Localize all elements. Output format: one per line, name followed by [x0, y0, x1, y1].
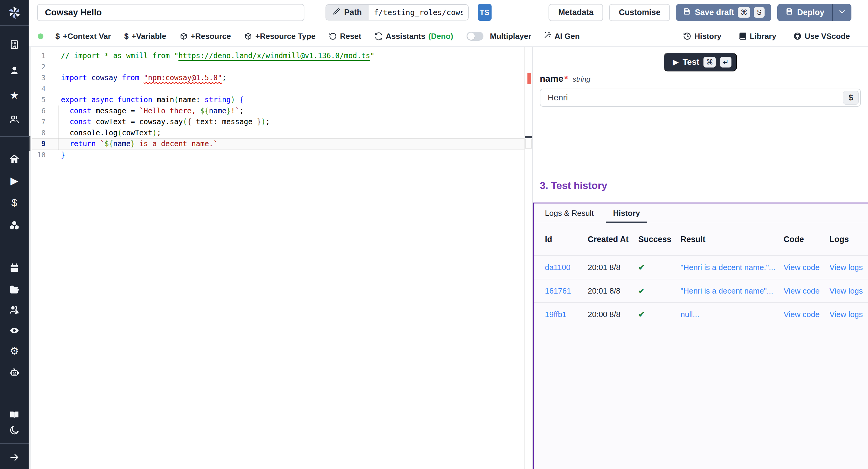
- path-group: Path: [326, 4, 469, 21]
- field-row: $: [540, 89, 861, 107]
- dollar-icon: $: [56, 32, 60, 41]
- multiplayer-toggle[interactable]: [467, 32, 484, 41]
- result-link[interactable]: "Henri is a decent name"...: [681, 286, 784, 296]
- view-logs-link[interactable]: View logs: [830, 310, 868, 319]
- sidebar-item-eye[interactable]: [0, 324, 29, 337]
- sidebar-item-arrow-right[interactable]: [0, 450, 29, 464]
- typescript-badge: TS: [478, 4, 492, 21]
- view-code-link[interactable]: View code: [784, 263, 830, 272]
- code-line-5[interactable]: 5export async function main(name: string…: [32, 94, 524, 105]
- job-id-link[interactable]: 161761: [545, 286, 588, 296]
- view-logs-link[interactable]: View logs: [830, 263, 868, 272]
- code-line-9[interactable]: 9 return `${name} is a decent name.`: [32, 138, 524, 150]
- field-type: string: [572, 75, 590, 84]
- sidebar-item-dollar[interactable]: $: [0, 196, 29, 209]
- column-header-code: Code: [784, 235, 830, 244]
- toolbar-item-label: Use VScode: [805, 32, 850, 41]
- deploy-dropdown-button[interactable]: [832, 4, 851, 21]
- windmill-script-editor: ★▶$⚙ Path TS Metadata Customise Save dra…: [0, 0, 868, 469]
- code-line-10[interactable]: 10}: [32, 150, 524, 161]
- header: Path TS Metadata Customise Save draft ⌘ …: [29, 0, 868, 25]
- editor-left-gutter: [29, 47, 31, 469]
- result-link[interactable]: null...: [681, 310, 784, 319]
- calendar-icon: [9, 263, 20, 273]
- cursor-line-marker: [525, 136, 532, 138]
- job-id-link[interactable]: 19ffb1: [545, 310, 588, 319]
- line-content: const message = `Hello there, ${name}!`;: [45, 107, 244, 115]
- windmill-logo-icon[interactable]: [0, 5, 29, 21]
- test-button[interactable]: ▶ Test ⌘ ↵: [664, 53, 737, 71]
- toolbar-item-label: Library: [750, 32, 776, 41]
- line-content: import cowsay from "npm:cowsay@1.5.0";: [45, 73, 226, 82]
- toolbar-item-use-vscode[interactable]: Use VScode: [793, 32, 850, 41]
- customise-button[interactable]: Customise: [609, 4, 670, 21]
- editor-overview-ruler[interactable]: [524, 47, 532, 469]
- toolbar-item-reset[interactable]: Reset: [329, 32, 361, 41]
- boxes-icon: [9, 220, 20, 230]
- splitter-handle[interactable]: [29, 136, 30, 151]
- sidebar-item-folder-open[interactable]: [0, 282, 29, 296]
- sidebar: ★▶$⚙: [0, 0, 29, 469]
- insert-variable-button[interactable]: $: [843, 91, 859, 104]
- view-code-link[interactable]: View code: [784, 310, 830, 319]
- job-id-link[interactable]: da1100: [545, 263, 588, 272]
- view-code-link[interactable]: View code: [784, 286, 830, 296]
- toolbar-item-resource[interactable]: +Resource: [180, 32, 231, 41]
- column-header-result: Result: [681, 235, 784, 244]
- line-number: 9: [32, 140, 45, 148]
- code-editor[interactable]: 1// import * as wmill from "https://deno…: [29, 47, 524, 469]
- test-history-heading: 3. Test history: [540, 180, 607, 191]
- code-line-8[interactable]: 8 console.log(cowText);: [32, 127, 524, 139]
- success-cell: ✔: [638, 263, 681, 272]
- sidebar-item-users[interactable]: [0, 113, 29, 126]
- sidebar-item-moon[interactable]: [0, 424, 29, 437]
- sidebar-item-calendar[interactable]: [0, 261, 29, 275]
- code-line-4[interactable]: 4: [32, 84, 524, 95]
- ai-gen-button[interactable]: AI Gen: [544, 31, 580, 41]
- save-icon: [785, 7, 794, 18]
- created-at: 20:01 8/8: [588, 286, 638, 296]
- toolbar-item-variable[interactable]: $+Variable: [124, 32, 166, 41]
- sidebar-item-users-gear[interactable]: [0, 303, 29, 316]
- toolbar-item-resource-type[interactable]: +Resource Type: [244, 32, 315, 41]
- sidebar-item-book[interactable]: [0, 408, 29, 421]
- toolbar-item-library[interactable]: Library: [738, 32, 776, 41]
- name-arg-input[interactable]: [540, 89, 861, 107]
- sidebar-item-building[interactable]: [0, 38, 29, 51]
- sidebar-item-boxes[interactable]: [0, 218, 29, 231]
- tab-logs-result[interactable]: Logs & Result: [545, 203, 594, 223]
- code-area[interactable]: 1// import * as wmill from "https://deno…: [32, 47, 524, 469]
- view-logs-link[interactable]: View logs: [830, 286, 868, 296]
- dollar-icon: $: [124, 32, 128, 41]
- code-line-2[interactable]: 2: [32, 61, 524, 73]
- deploy-button[interactable]: Deploy: [777, 4, 832, 21]
- line-number: 6: [32, 107, 45, 115]
- code-line-6[interactable]: 6 const message = `Hello there, ${name}!…: [32, 105, 524, 117]
- column-header-success: Success: [638, 235, 681, 244]
- path-input[interactable]: [369, 5, 468, 20]
- code-line-1[interactable]: 1// import * as wmill from "https://deno…: [32, 50, 524, 61]
- toggle-knob: [467, 33, 475, 40]
- sidebar-item-user[interactable]: [0, 64, 29, 77]
- toolbar-item-assistants[interactable]: Assistants (Deno): [375, 32, 453, 41]
- save-draft-button[interactable]: Save draft ⌘ S: [676, 4, 771, 21]
- scroll-slider[interactable]: [525, 139, 532, 149]
- code-line-3[interactable]: 3import cowsay from "npm:cowsay@1.5.0";: [32, 72, 524, 84]
- sidebar-item-star[interactable]: ★: [0, 89, 29, 102]
- sidebar-item-play[interactable]: ▶: [0, 174, 29, 187]
- toolbar-item-context-var[interactable]: $+Context Var: [56, 32, 111, 41]
- edit-path-button[interactable]: Path: [326, 5, 369, 20]
- line-number: 5: [32, 96, 45, 104]
- toolbar-item-label: Reset: [340, 32, 361, 41]
- code-line-7[interactable]: 7 const cowText = cowsay.say({ text: mes…: [32, 116, 524, 127]
- toolbar-item-history[interactable]: History: [683, 32, 721, 41]
- script-name-input[interactable]: [37, 4, 304, 21]
- sidebar-item-gear[interactable]: ⚙: [0, 344, 29, 357]
- line-content: // import * as wmill from "https://deno.…: [45, 52, 374, 60]
- ai-gen-label: AI Gen: [555, 32, 580, 41]
- tab-history[interactable]: History: [613, 203, 640, 223]
- result-link[interactable]: "Henri is a decent name."...: [681, 263, 784, 272]
- sidebar-item-home[interactable]: [0, 152, 29, 165]
- sidebar-item-bot[interactable]: [0, 365, 29, 379]
- metadata-button[interactable]: Metadata: [549, 4, 603, 21]
